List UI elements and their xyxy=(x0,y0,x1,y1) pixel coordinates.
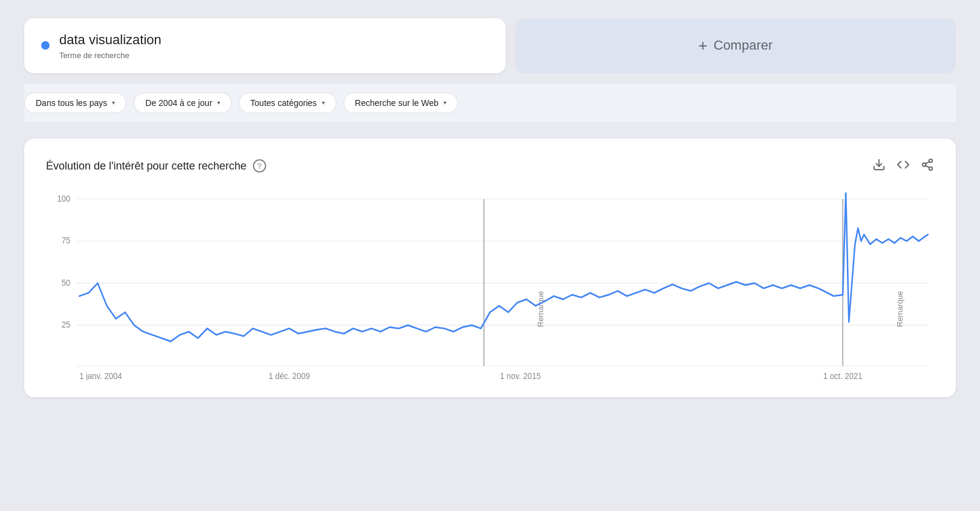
chevron-down-icon: ▾ xyxy=(322,99,325,106)
filter-type-label: Recherche sur le Web xyxy=(355,98,439,108)
svg-text:Remarque: Remarque xyxy=(537,291,546,327)
filter-type[interactable]: Recherche sur le Web ▾ xyxy=(344,93,458,113)
svg-text:1 janv. 2004: 1 janv. 2004 xyxy=(79,371,122,380)
compare-plus-icon: + xyxy=(698,36,707,55)
embed-button[interactable] xyxy=(897,158,910,174)
share-button[interactable] xyxy=(921,158,934,174)
svg-text:1 nov. 2015: 1 nov. 2015 xyxy=(500,371,541,380)
svg-line-4 xyxy=(926,165,929,168)
chart-card: Évolution de l'intérêt pour cette recher… xyxy=(24,139,956,397)
filter-period-label: De 2004 à ce jour xyxy=(145,98,212,108)
chart-area: 100 75 50 25 Remarque Remarque 1 janv. 2… xyxy=(46,193,934,380)
compare-label: Comparer xyxy=(714,38,773,53)
filters-row: Dans tous les pays ▾ De 2004 à ce jour ▾… xyxy=(24,84,956,122)
svg-text:75: 75 xyxy=(62,236,71,245)
svg-text:100: 100 xyxy=(57,194,70,203)
chevron-down-icon: ▾ xyxy=(443,99,446,106)
svg-text:1 oct. 2021: 1 oct. 2021 xyxy=(823,371,863,380)
help-icon[interactable]: ? xyxy=(253,159,266,173)
svg-text:1 déc. 2009: 1 déc. 2009 xyxy=(269,371,310,380)
filter-category-label: Toutes catégories xyxy=(250,98,317,108)
filter-category[interactable]: Toutes catégories ▾ xyxy=(239,93,336,113)
trend-chart: 100 75 50 25 Remarque Remarque 1 janv. 2… xyxy=(46,193,934,380)
chevron-down-icon: ▾ xyxy=(217,99,220,106)
filter-period[interactable]: De 2004 à ce jour ▾ xyxy=(134,93,232,113)
search-term-label: data visualization xyxy=(59,31,162,49)
chart-header: Évolution de l'intérêt pour cette recher… xyxy=(46,158,934,174)
chevron-down-icon: ▾ xyxy=(112,99,115,106)
filter-country[interactable]: Dans tous les pays ▾ xyxy=(24,93,126,113)
svg-text:25: 25 xyxy=(62,320,71,329)
search-subtitle-label: Terme de recherche xyxy=(59,51,162,60)
chart-actions xyxy=(872,158,934,174)
search-term-box: data visualization Terme de recherche xyxy=(24,18,506,73)
search-text: data visualization Terme de recherche xyxy=(59,31,162,60)
chart-title: Évolution de l'intérêt pour cette recher… xyxy=(46,160,247,173)
svg-line-5 xyxy=(926,162,929,164)
search-dot-indicator xyxy=(41,41,50,50)
download-button[interactable] xyxy=(872,158,886,174)
filter-country-label: Dans tous les pays xyxy=(36,98,107,108)
svg-text:Remarque: Remarque xyxy=(896,291,904,327)
compare-button[interactable]: + Comparer xyxy=(515,18,956,73)
svg-text:50: 50 xyxy=(62,278,71,287)
chart-title-row: Évolution de l'intérêt pour cette recher… xyxy=(46,159,266,173)
